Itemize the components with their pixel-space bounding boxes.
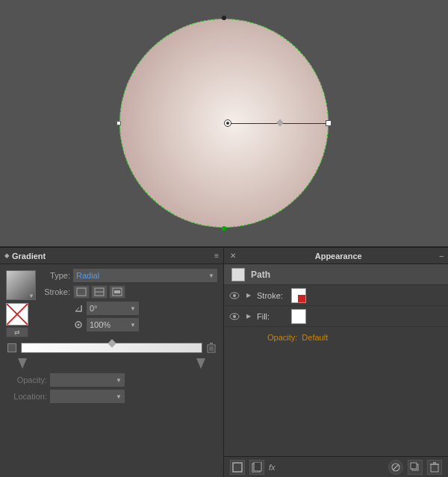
left-selection-handle[interactable]: [116, 121, 121, 125]
gradient-panel: ◆ Gradient ≡ ▼: [0, 246, 224, 477]
fill-visibility-icon[interactable]: [228, 311, 240, 322]
stroke-cross-icon: [7, 304, 28, 325]
panel-title-arrow-icon: ◆: [4, 252, 9, 259]
canvas-area: [0, 0, 448, 246]
gradient-bar-row: [6, 340, 217, 355]
footer-prohibit-icon[interactable]: [388, 460, 403, 475]
path-label: Path: [251, 269, 270, 280]
fill-expand-arrow-icon[interactable]: ▶: [245, 313, 252, 320]
stroke-red-indicator: [298, 295, 305, 302]
angle-value: 0°: [90, 304, 98, 313]
opacity-app-row: Opacity: Default: [224, 327, 448, 348]
gradient-opacity-row: Opacity: ▼: [6, 373, 217, 387]
angle-field-arrow-icon: ▼: [130, 305, 136, 312]
svg-point-16: [233, 315, 236, 318]
appearance-footer: fx: [224, 456, 448, 477]
type-dropdown[interactable]: Radial ▼: [73, 269, 217, 282]
gradient-delete-button[interactable]: [205, 342, 217, 354]
angle-icon: [73, 303, 84, 314]
circle-container: [119, 19, 329, 228]
location-field-arrow-icon: ▼: [116, 393, 122, 400]
scale-row: 100% ▼: [40, 318, 217, 331]
path-swatch: [231, 268, 245, 281]
appearance-panel: ✕ Appearance – Path: [224, 246, 448, 477]
footer-page-icon[interactable]: [249, 460, 264, 475]
svg-point-14: [233, 294, 236, 297]
appearance-menu-button[interactable]: –: [439, 252, 444, 260]
svg-rect-5: [114, 290, 120, 293]
type-value: Radial: [76, 271, 99, 280]
gradient-panel-menu-button[interactable]: ≡: [214, 252, 219, 260]
gradient-handle-line[interactable]: [224, 119, 329, 127]
scale-icon: [73, 319, 84, 330]
gradient-swatch[interactable]: ▼: [6, 270, 36, 300]
gradient-title-label: Gradient: [12, 252, 46, 261]
svg-rect-17: [233, 463, 242, 472]
appearance-close-button[interactable]: ✕: [228, 252, 237, 261]
location-label: Location:: [6, 392, 47, 401]
scale-field[interactable]: 100% ▼: [87, 318, 139, 331]
type-row: Type: Radial ▼: [40, 269, 217, 282]
stroke-swatch[interactable]: [6, 303, 28, 325]
stop-handles-row: [18, 358, 205, 369]
angle-row: 0° ▼: [40, 302, 217, 315]
fill-app-row: ▶ Fill:: [224, 306, 448, 327]
location-row: Location: ▼: [6, 390, 217, 403]
stroke-label: Stroke:: [40, 287, 70, 296]
opacity-field-arrow-icon: ▼: [116, 377, 122, 384]
stroke-btn-2[interactable]: [91, 285, 108, 299]
gradient-panel-body: ▼ ⇄: [0, 264, 223, 408]
opacity-label: Opacity:: [6, 375, 47, 384]
swap-icon[interactable]: ⇄: [6, 327, 28, 337]
stroke-app-row: ▶ Stroke:: [224, 285, 448, 306]
stroke-row: Stroke:: [40, 285, 217, 299]
gradient-bar-wrap[interactable]: [21, 340, 202, 355]
stroke-btn-1[interactable]: [73, 285, 90, 299]
scale-field-arrow-icon: ▼: [130, 322, 136, 328]
stroke-row-label: Stroke:: [257, 291, 287, 300]
opacity-app-value[interactable]: Default: [302, 333, 328, 342]
svg-rect-23: [411, 463, 417, 469]
opacity-field[interactable]: ▼: [50, 373, 125, 387]
footer-fx-label[interactable]: fx: [269, 463, 276, 472]
stroke-expand-arrow-icon[interactable]: ▶: [245, 292, 252, 299]
fill-swatch[interactable]: [291, 309, 306, 324]
location-field[interactable]: ▼: [50, 390, 125, 403]
fill-row-label: Fill:: [257, 312, 287, 321]
bottom-selection-handle[interactable]: [222, 226, 226, 231]
footer-square-icon[interactable]: [230, 460, 245, 475]
gradient-panel-header: ◆ Gradient ≡: [0, 248, 223, 264]
stroke-buttons: [73, 285, 125, 299]
panels-area: ◆ Gradient ≡ ▼: [0, 246, 448, 477]
scale-value: 100%: [90, 320, 111, 329]
gradient-panel-title: ◆ Gradient: [4, 252, 46, 261]
svg-line-21: [393, 464, 399, 470]
top-selection-handle[interactable]: [222, 16, 226, 20]
left-stop-handle[interactable]: [18, 358, 27, 369]
appearance-title-label: Appearance: [315, 252, 362, 261]
svg-rect-24: [431, 464, 438, 472]
type-label: Type:: [40, 271, 70, 280]
appearance-panel-header: ✕ Appearance –: [224, 248, 448, 264]
stroke-visibility-icon[interactable]: [228, 290, 240, 302]
swatch-arrow-icon: ▼: [28, 292, 35, 299]
right-stop-handle[interactable]: [196, 358, 205, 369]
svg-rect-2: [77, 288, 86, 296]
footer-copy-icon[interactable]: [408, 460, 423, 475]
stroke-btn-3[interactable]: [109, 285, 125, 299]
angle-field[interactable]: 0° ▼: [87, 302, 139, 315]
appearance-header-left: ✕: [228, 252, 237, 261]
type-dropdown-arrow-icon: ▼: [208, 272, 214, 279]
stroke-icon-swatch[interactable]: [291, 288, 306, 303]
opacity-app-label: Opacity:: [267, 333, 297, 342]
appearance-panel-body: Path ▶ Stroke:: [224, 264, 448, 348]
svg-point-7: [78, 324, 80, 326]
svg-rect-19: [254, 462, 261, 471]
footer-delete-icon[interactable]: [427, 460, 442, 475]
path-row: Path: [224, 264, 448, 285]
stop-indicator-left: [6, 343, 18, 352]
panels-wrapper: ◆ Gradient ≡ ▼: [0, 246, 448, 477]
